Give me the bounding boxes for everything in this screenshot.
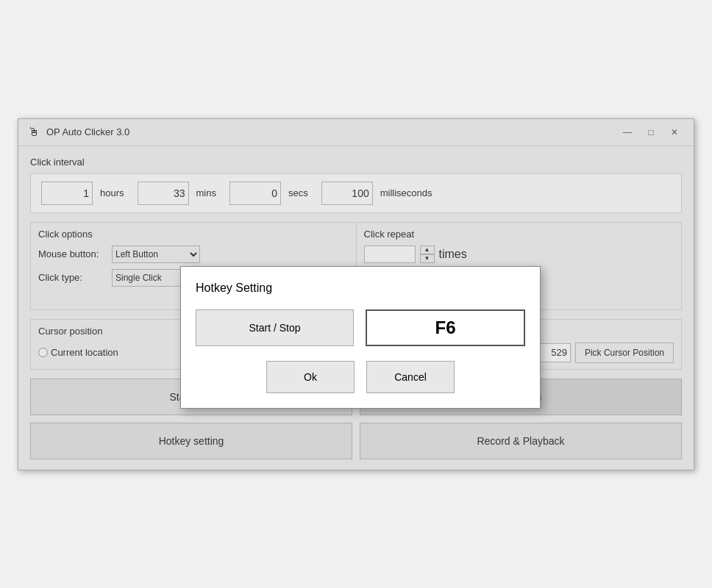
modal-title: Hotkey Setting — [196, 282, 525, 295]
start-stop-hotkey-button[interactable]: Start / Stop — [196, 309, 354, 346]
modal-cancel-button[interactable]: Cancel — [366, 361, 455, 393]
main-window: 🖱 OP Auto Clicker 3.0 — □ ✕ Click interv… — [18, 118, 694, 470]
modal-action-row: Ok Cancel — [196, 361, 525, 393]
hotkey-value-button[interactable]: F6 — [366, 309, 525, 346]
modal-hotkey-row: Start / Stop F6 — [196, 309, 525, 346]
modal-ok-button[interactable]: Ok — [266, 361, 355, 393]
hotkey-modal: Hotkey Setting Start / Stop F6 Ok Cancel — [180, 266, 541, 409]
